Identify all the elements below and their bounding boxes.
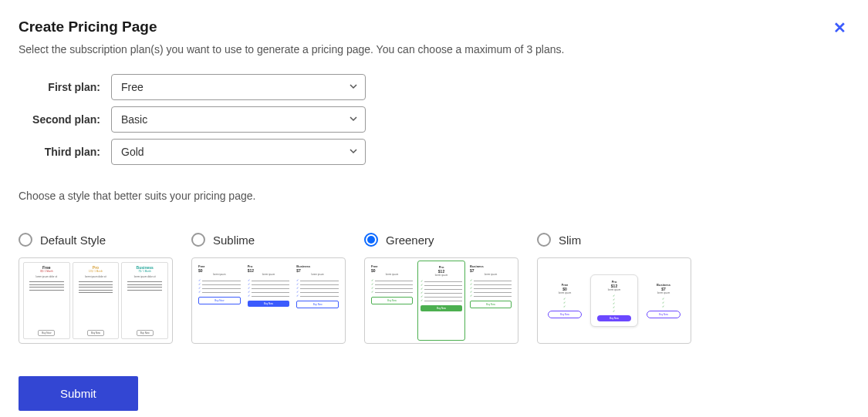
preview-greenery: Free $0 lorem ipsum ✓ ✓ ✓ ✓ Buy Now Pro … xyxy=(364,257,518,344)
radio-sublime[interactable] xyxy=(191,233,205,247)
radio-default[interactable] xyxy=(19,233,32,247)
style-option-default[interactable]: Default Style xyxy=(19,233,173,247)
style-option-sublime[interactable]: Sublime xyxy=(191,233,346,247)
close-icon[interactable]: ✕ xyxy=(830,18,849,37)
second-plan-select[interactable]: Basic xyxy=(111,106,366,133)
preview-sublime: Free $0 lorem ipsum ✓ ✓ ✓ ✓ Buy Now Pro … xyxy=(191,257,346,344)
third-plan-label: Third plan: xyxy=(19,146,111,158)
second-plan-label: Second plan: xyxy=(19,113,111,126)
radio-label-sublime: Sublime xyxy=(213,234,255,247)
style-options: Default Style Free 0$ / 1 Month lorem ip… xyxy=(19,233,849,344)
preview-default: Free 0$ / 1 Month lorem ipsum dolor sit … xyxy=(19,257,173,344)
preview-slim: Free $0 lorem ipsum ✓ ✓ ✓ Buy Now Pro $1… xyxy=(537,257,691,344)
modal-description: Select the subscription plan(s) you want… xyxy=(19,43,849,55)
radio-label-slim: Slim xyxy=(559,234,581,247)
first-plan-label: First plan: xyxy=(19,81,111,93)
submit-button[interactable]: Submit xyxy=(19,376,138,411)
third-plan-select[interactable]: Gold xyxy=(111,139,366,165)
radio-greenery[interactable] xyxy=(364,233,378,247)
style-option-greenery[interactable]: Greenery xyxy=(364,233,518,247)
radio-label-default: Default Style xyxy=(40,234,106,247)
modal-title: Create Pricing Page xyxy=(19,18,157,35)
style-option-slim[interactable]: Slim xyxy=(537,233,691,247)
radio-slim[interactable] xyxy=(537,233,551,247)
first-plan-select[interactable]: Free xyxy=(111,74,366,100)
radio-label-greenery: Greenery xyxy=(386,234,434,247)
style-prompt: Choose a style that better suits your pr… xyxy=(19,190,849,202)
